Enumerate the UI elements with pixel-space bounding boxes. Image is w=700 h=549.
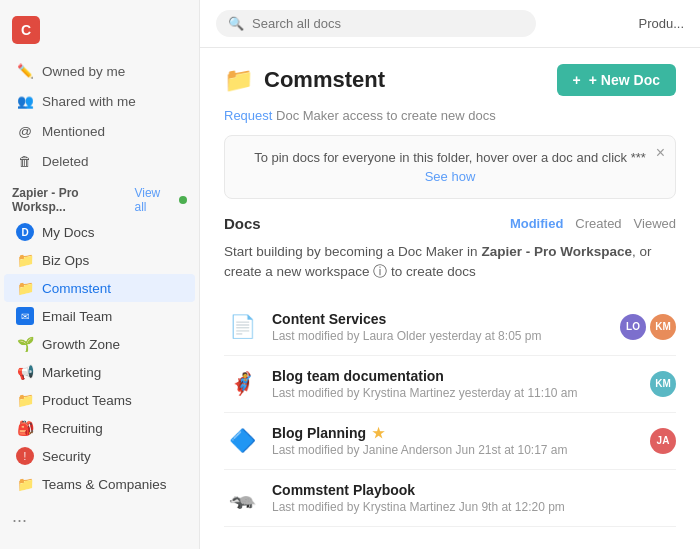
sidebar-item-mydocs[interactable]: D My Docs <box>4 218 195 246</box>
sidebar-item-commstent[interactable]: 📁 Commstent <box>4 274 195 302</box>
doc-meta-commstent-playbook: Last modified by Krystina Martinez Jun 9… <box>272 500 664 514</box>
workspace-name-label: Produ... <box>638 16 684 31</box>
sidebar-item-teamscompanies[interactable]: 📁 Teams & Companies <box>4 470 195 498</box>
sidebar-item-security[interactable]: ! Security <box>4 442 195 470</box>
sidebar-item-shared[interactable]: 👥 Shared with me <box>4 86 195 116</box>
app-logo: C <box>12 16 40 44</box>
doc-item-commstent-playbook[interactable]: 🦡 Commstent Playbook Last modified by Kr… <box>224 470 676 527</box>
doc-info-blog-team: Blog team documentation Last modified by… <box>272 368 638 400</box>
folder-title-area: 📁 Commstent <box>224 66 385 94</box>
sidebar-item-productteams[interactable]: 📁 Product Teams <box>4 386 195 414</box>
security-icon: ! <box>16 447 34 465</box>
doc-title-blog-planning: Blog Planning ★ <box>272 425 638 441</box>
plus-icon: + <box>573 72 581 88</box>
doc-item-blog-team[interactable]: 🦸 Blog team documentation Last modified … <box>224 356 676 413</box>
request-bar: Request Doc Maker access to create new d… <box>224 108 676 123</box>
sidebar-item-mentioned[interactable]: @ Mentioned <box>4 116 195 146</box>
folder-title-text: Commstent <box>264 67 385 93</box>
sidebar-item-recruiting[interactable]: 🎒 Recruiting <box>4 414 195 442</box>
docs-label: Docs <box>224 215 261 232</box>
doc-avatars-content-services: LO KM <box>620 314 676 340</box>
mention-icon: @ <box>16 122 34 140</box>
see-how-link[interactable]: See how <box>241 169 659 184</box>
online-dot <box>179 196 187 204</box>
new-doc-button[interactable]: + + New Doc <box>557 64 676 96</box>
mydocs-icon: D <box>16 223 34 241</box>
banner-close-button[interactable]: × <box>656 144 665 162</box>
top-header: 🔍 Produ... <box>200 0 700 48</box>
folder-title-icon: 📁 <box>224 66 254 94</box>
doc-title-blog-team: Blog team documentation <box>272 368 638 384</box>
sidebar-item-deleted[interactable]: 🗑 Deleted <box>4 146 195 176</box>
growth-icon: 🌱 <box>16 335 34 353</box>
trash-icon: 🗑 <box>16 152 34 170</box>
star-icon: ★ <box>372 425 385 441</box>
doc-icon-blog-planning: 🔷 <box>224 423 260 459</box>
sidebar-item-marketing[interactable]: 📢 Marketing <box>4 358 195 386</box>
doc-title-content-services: Content Services <box>272 311 608 327</box>
doc-item-content-services[interactable]: 📄 Content Services Last modified by Laur… <box>224 299 676 356</box>
folder-active-icon: 📁 <box>16 279 34 297</box>
doc-avatars-blog-team: KM <box>650 371 676 397</box>
teamscompanies-folder-icon: 📁 <box>16 475 34 493</box>
main-panel: 🔍 Produ... 📁 Commstent + + New Doc Reque… <box>200 0 700 549</box>
folder-icon: 📁 <box>16 251 34 269</box>
sidebar-item-growthzone[interactable]: 🌱 Growth Zone <box>4 330 195 358</box>
doc-icon-content-services: 📄 <box>224 309 260 345</box>
workspace-section-header: Zapier - Pro Worksp... View all <box>0 176 199 218</box>
doc-avatars-blog-planning: JA <box>650 428 676 454</box>
email-icon: ✉ <box>16 307 34 325</box>
doc-item-blog-planning[interactable]: 🔷 Blog Planning ★ Last modified by Janin… <box>224 413 676 470</box>
productteams-folder-icon: 📁 <box>16 391 34 409</box>
sort-tabs: Modified Created Viewed <box>510 216 676 231</box>
avatar: LO <box>620 314 646 340</box>
view-all-link[interactable]: View all <box>134 186 187 214</box>
search-icon: 🔍 <box>228 16 244 31</box>
edit-icon: ✏️ <box>16 62 34 80</box>
new-doc-label: + New Doc <box>589 72 660 88</box>
search-input[interactable] <box>252 16 524 31</box>
sort-tab-viewed[interactable]: Viewed <box>634 216 676 231</box>
sidebar: C ✏️ Owned by me 👥 Shared with me @ Ment… <box>0 0 200 549</box>
avatar: KM <box>650 371 676 397</box>
doc-meta-content-services: Last modified by Laura Older yesterday a… <box>272 329 608 343</box>
docs-section-header: Docs Modified Created Viewed <box>224 215 676 232</box>
sidebar-item-owned[interactable]: ✏️ Owned by me <box>4 56 195 86</box>
banner-text: To pin docs for everyone in this folder,… <box>254 150 646 165</box>
search-bar[interactable]: 🔍 <box>216 10 536 37</box>
doc-info-blog-planning: Blog Planning ★ Last modified by Janine … <box>272 425 638 457</box>
avatar: KM <box>650 314 676 340</box>
people-icon: 👥 <box>16 92 34 110</box>
sidebar-item-emailteam[interactable]: ✉ Email Team <box>4 302 195 330</box>
logo-area: C <box>0 8 199 56</box>
doc-info-commstent-playbook: Commstent Playbook Last modified by Krys… <box>272 482 664 514</box>
sort-tab-modified[interactable]: Modified <box>510 216 563 231</box>
recruiting-icon: 🎒 <box>16 419 34 437</box>
doc-icon-commstent-playbook: 🦡 <box>224 480 260 516</box>
marketing-icon: 📢 <box>16 363 34 381</box>
info-banner: To pin docs for everyone in this folder,… <box>224 135 676 199</box>
doc-title-commstent-playbook: Commstent Playbook <box>272 482 664 498</box>
doc-icon-blog-team: 🦸 <box>224 366 260 402</box>
request-link[interactable]: Request <box>224 108 272 123</box>
sidebar-item-bizops[interactable]: 📁 Biz Ops <box>4 246 195 274</box>
doc-meta-blog-team: Last modified by Krystina Martinez yeste… <box>272 386 638 400</box>
content-header: 📁 Commstent + + New Doc <box>224 64 676 96</box>
sort-tab-created[interactable]: Created <box>575 216 621 231</box>
content-area: 📁 Commstent + + New Doc Request Doc Make… <box>200 48 700 549</box>
avatar: JA <box>650 428 676 454</box>
empty-state-text: Start building by becoming a Doc Maker i… <box>224 242 676 283</box>
more-options[interactable]: ... <box>0 498 199 535</box>
doc-meta-blog-planning: Last modified by Janine Anderson Jun 21s… <box>272 443 638 457</box>
doc-info-content-services: Content Services Last modified by Laura … <box>272 311 608 343</box>
